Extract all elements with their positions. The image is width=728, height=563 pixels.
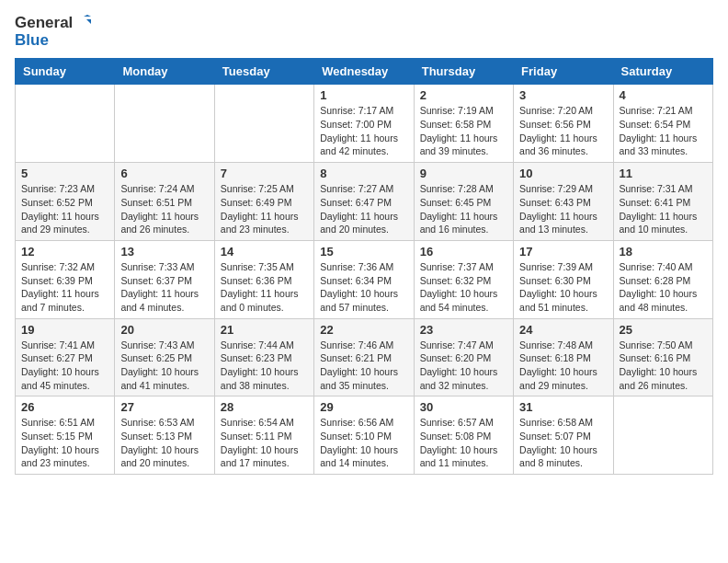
day-cell-17: 17Sunrise: 7:39 AM Sunset: 6:30 PM Dayli… (514, 240, 613, 318)
day-info: Sunrise: 7:25 AM Sunset: 6:49 PM Dayligh… (221, 182, 308, 236)
empty-cell (214, 85, 313, 163)
day-cell-30: 30Sunrise: 6:57 AM Sunset: 5:08 PM Dayli… (414, 396, 513, 475)
day-info: Sunrise: 7:17 AM Sunset: 7:00 PM Dayligh… (320, 104, 407, 158)
day-number: 25 (620, 323, 707, 337)
week-row-1: 1Sunrise: 7:17 AM Sunset: 7:00 PM Daylig… (16, 85, 713, 163)
weekday-header-saturday: Saturday (613, 59, 712, 85)
week-row-5: 26Sunrise: 6:51 AM Sunset: 5:15 PM Dayli… (16, 396, 713, 475)
day-number: 18 (620, 245, 707, 259)
day-number: 20 (120, 323, 208, 337)
week-row-3: 12Sunrise: 7:32 AM Sunset: 6:39 PM Dayli… (16, 240, 713, 318)
day-cell-10: 10Sunrise: 7:29 AM Sunset: 6:43 PM Dayli… (514, 163, 613, 241)
day-info: Sunrise: 6:56 AM Sunset: 5:10 PM Dayligh… (320, 416, 407, 470)
day-number: 7 (221, 167, 308, 180)
day-cell-22: 22Sunrise: 7:46 AM Sunset: 6:21 PM Dayli… (314, 318, 414, 396)
day-info: Sunrise: 7:19 AM Sunset: 6:58 PM Dayligh… (420, 104, 507, 158)
day-cell-25: 25Sunrise: 7:50 AM Sunset: 6:16 PM Dayli… (613, 318, 712, 396)
day-cell-6: 6Sunrise: 7:24 AM Sunset: 6:51 PM Daylig… (115, 163, 214, 241)
day-number: 16 (420, 245, 507, 259)
day-number: 12 (21, 245, 108, 259)
day-number: 8 (320, 167, 407, 180)
weekday-header-row: SundayMondayTuesdayWednesdayThursdayFrid… (16, 59, 713, 85)
day-cell-18: 18Sunrise: 7:40 AM Sunset: 6:28 PM Dayli… (613, 240, 712, 318)
day-cell-14: 14Sunrise: 7:35 AM Sunset: 6:36 PM Dayli… (214, 240, 313, 318)
day-info: Sunrise: 7:23 AM Sunset: 6:52 PM Dayligh… (21, 182, 108, 236)
day-info: Sunrise: 7:39 AM Sunset: 6:30 PM Dayligh… (519, 260, 607, 315)
day-info: Sunrise: 7:24 AM Sunset: 6:51 PM Dayligh… (120, 182, 208, 236)
calendar-table: SundayMondayTuesdayWednesdayThursdayFrid… (15, 58, 713, 475)
day-cell-28: 28Sunrise: 6:54 AM Sunset: 5:11 PM Dayli… (214, 396, 313, 475)
day-cell-15: 15Sunrise: 7:36 AM Sunset: 6:34 PM Dayli… (314, 240, 414, 318)
day-number: 23 (420, 323, 507, 337)
page-header: General Blue (15, 15, 713, 49)
day-cell-11: 11Sunrise: 7:31 AM Sunset: 6:41 PM Dayli… (613, 163, 712, 241)
day-cell-31: 31Sunrise: 6:58 AM Sunset: 5:07 PM Dayli… (514, 396, 613, 475)
day-number: 17 (519, 245, 607, 259)
day-cell-1: 1Sunrise: 7:17 AM Sunset: 7:00 PM Daylig… (314, 85, 414, 163)
day-info: Sunrise: 7:44 AM Sunset: 6:23 PM Dayligh… (221, 339, 308, 393)
day-number: 2 (420, 88, 507, 102)
day-info: Sunrise: 7:27 AM Sunset: 6:47 PM Dayligh… (320, 182, 407, 236)
day-number: 15 (320, 245, 407, 259)
day-info: Sunrise: 7:21 AM Sunset: 6:54 PM Dayligh… (620, 104, 707, 158)
day-number: 21 (221, 323, 308, 337)
day-cell-29: 29Sunrise: 6:56 AM Sunset: 5:10 PM Dayli… (314, 396, 414, 475)
day-info: Sunrise: 7:41 AM Sunset: 6:27 PM Dayligh… (21, 339, 108, 393)
day-cell-19: 19Sunrise: 7:41 AM Sunset: 6:27 PM Dayli… (16, 318, 115, 396)
day-info: Sunrise: 7:33 AM Sunset: 6:37 PM Dayligh… (120, 260, 208, 315)
day-info: Sunrise: 6:58 AM Sunset: 5:07 PM Dayligh… (519, 416, 607, 470)
day-number: 31 (519, 400, 607, 414)
day-info: Sunrise: 7:37 AM Sunset: 6:32 PM Dayligh… (420, 260, 507, 315)
day-cell-20: 20Sunrise: 7:43 AM Sunset: 6:25 PM Dayli… (115, 318, 214, 396)
weekday-header-wednesday: Wednesday (314, 59, 414, 85)
day-info: Sunrise: 7:46 AM Sunset: 6:21 PM Dayligh… (320, 339, 407, 393)
week-row-2: 5Sunrise: 7:23 AM Sunset: 6:52 PM Daylig… (16, 163, 713, 241)
day-number: 22 (320, 323, 407, 337)
weekday-header-friday: Friday (514, 59, 613, 85)
day-number: 4 (620, 88, 707, 102)
day-number: 30 (420, 400, 507, 414)
day-number: 24 (519, 323, 607, 337)
day-info: Sunrise: 7:31 AM Sunset: 6:41 PM Dayligh… (620, 182, 707, 236)
day-number: 26 (21, 400, 108, 414)
weekday-header-monday: Monday (115, 59, 214, 85)
day-cell-24: 24Sunrise: 7:48 AM Sunset: 6:18 PM Dayli… (514, 318, 613, 396)
day-info: Sunrise: 7:35 AM Sunset: 6:36 PM Dayligh… (221, 260, 308, 315)
logo: General Blue (15, 15, 93, 49)
day-number: 28 (221, 400, 308, 414)
empty-cell (115, 85, 214, 163)
day-cell-27: 27Sunrise: 6:53 AM Sunset: 5:13 PM Dayli… (115, 396, 214, 475)
day-cell-21: 21Sunrise: 7:44 AM Sunset: 6:23 PM Dayli… (214, 318, 313, 396)
weekday-header-sunday: Sunday (16, 59, 115, 85)
day-number: 6 (120, 167, 208, 180)
day-cell-2: 2Sunrise: 7:19 AM Sunset: 6:58 PM Daylig… (414, 85, 513, 163)
day-number: 11 (620, 167, 707, 180)
day-number: 27 (120, 400, 208, 414)
day-info: Sunrise: 7:28 AM Sunset: 6:45 PM Dayligh… (420, 182, 507, 236)
day-info: Sunrise: 7:36 AM Sunset: 6:34 PM Dayligh… (320, 260, 407, 315)
weekday-header-tuesday: Tuesday (214, 59, 313, 85)
day-info: Sunrise: 7:20 AM Sunset: 6:56 PM Dayligh… (519, 104, 607, 158)
day-cell-16: 16Sunrise: 7:37 AM Sunset: 6:32 PM Dayli… (414, 240, 513, 318)
empty-cell (16, 85, 115, 163)
day-cell-9: 9Sunrise: 7:28 AM Sunset: 6:45 PM Daylig… (414, 163, 513, 241)
day-cell-7: 7Sunrise: 7:25 AM Sunset: 6:49 PM Daylig… (214, 163, 313, 241)
day-cell-12: 12Sunrise: 7:32 AM Sunset: 6:39 PM Dayli… (16, 240, 115, 318)
day-info: Sunrise: 7:43 AM Sunset: 6:25 PM Dayligh… (120, 339, 208, 393)
svg-marker-0 (84, 15, 91, 17)
day-number: 5 (21, 167, 108, 180)
day-info: Sunrise: 7:32 AM Sunset: 6:39 PM Dayligh… (21, 260, 108, 315)
day-number: 29 (320, 400, 407, 414)
day-number: 10 (519, 167, 607, 180)
day-number: 19 (21, 323, 108, 337)
logo-bird-icon (74, 15, 93, 31)
week-row-4: 19Sunrise: 7:41 AM Sunset: 6:27 PM Dayli… (16, 318, 713, 396)
day-number: 3 (519, 88, 607, 102)
svg-marker-1 (86, 19, 91, 24)
day-info: Sunrise: 7:48 AM Sunset: 6:18 PM Dayligh… (519, 339, 607, 393)
day-cell-13: 13Sunrise: 7:33 AM Sunset: 6:37 PM Dayli… (115, 240, 214, 318)
day-cell-23: 23Sunrise: 7:47 AM Sunset: 6:20 PM Dayli… (414, 318, 513, 396)
day-number: 1 (320, 88, 407, 102)
day-cell-8: 8Sunrise: 7:27 AM Sunset: 6:47 PM Daylig… (314, 163, 414, 241)
day-number: 13 (120, 245, 208, 259)
